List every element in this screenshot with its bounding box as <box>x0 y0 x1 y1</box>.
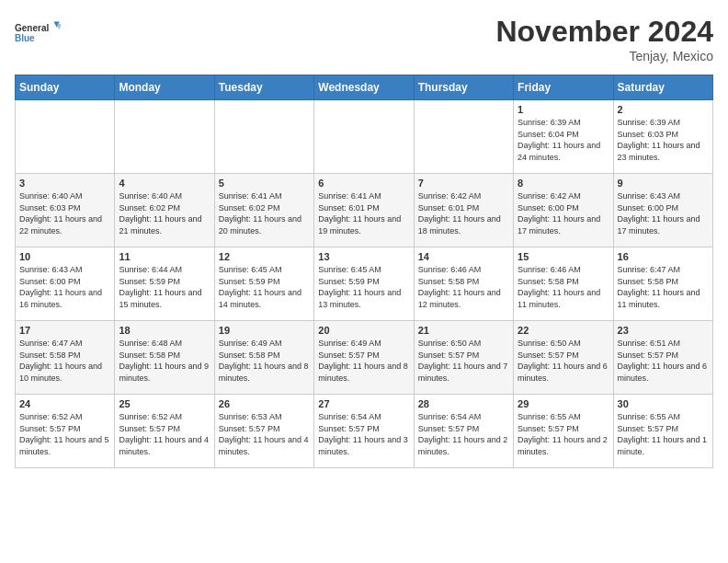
cell-info: Sunrise: 6:46 AM Sunset: 5:58 PM Dayligh… <box>518 264 609 310</box>
day-number: 23 <box>618 325 709 336</box>
calendar-cell: 22Sunrise: 6:50 AM Sunset: 5:57 PM Dayli… <box>514 321 613 395</box>
col-header-friday: Friday <box>514 75 613 100</box>
calendar-cell: 27Sunrise: 6:54 AM Sunset: 5:57 PM Dayli… <box>314 395 414 468</box>
day-number: 26 <box>219 398 310 409</box>
col-header-thursday: Thursday <box>414 75 513 100</box>
calendar-cell <box>414 100 513 174</box>
calendar-cell: 15Sunrise: 6:46 AM Sunset: 5:58 PM Dayli… <box>514 247 613 321</box>
week-row-2: 3Sunrise: 6:40 AM Sunset: 6:03 PM Daylig… <box>16 174 713 247</box>
day-number: 6 <box>318 178 409 189</box>
calendar-cell: 29Sunrise: 6:55 AM Sunset: 5:57 PM Dayli… <box>514 395 613 468</box>
week-row-5: 24Sunrise: 6:52 AM Sunset: 5:57 PM Dayli… <box>16 395 713 468</box>
cell-info: Sunrise: 6:54 AM Sunset: 5:57 PM Dayligh… <box>318 411 409 457</box>
cell-info: Sunrise: 6:52 AM Sunset: 5:57 PM Dayligh… <box>119 411 210 457</box>
cell-info: Sunrise: 6:49 AM Sunset: 5:58 PM Dayligh… <box>219 338 310 384</box>
cell-info: Sunrise: 6:48 AM Sunset: 5:58 PM Dayligh… <box>119 338 210 384</box>
calendar-cell: 9Sunrise: 6:43 AM Sunset: 6:00 PM Daylig… <box>613 174 712 247</box>
calendar-cell: 25Sunrise: 6:52 AM Sunset: 5:57 PM Dayli… <box>115 395 214 468</box>
calendar-cell: 10Sunrise: 6:43 AM Sunset: 6:00 PM Dayli… <box>16 247 115 321</box>
calendar-cell: 7Sunrise: 6:42 AM Sunset: 6:01 PM Daylig… <box>414 174 513 247</box>
svg-text:Blue: Blue <box>15 33 35 43</box>
day-number: 2 <box>618 104 709 115</box>
calendar-cell: 23Sunrise: 6:51 AM Sunset: 5:57 PM Dayli… <box>613 321 712 395</box>
page-header: General Blue November 2024 Tenjay, Mexic… <box>15 15 713 63</box>
calendar-cell: 2Sunrise: 6:39 AM Sunset: 6:03 PM Daylig… <box>613 100 712 174</box>
col-header-wednesday: Wednesday <box>314 75 414 100</box>
calendar-cell: 6Sunrise: 6:41 AM Sunset: 6:01 PM Daylig… <box>314 174 414 247</box>
calendar-cell: 13Sunrise: 6:45 AM Sunset: 5:59 PM Dayli… <box>314 247 414 321</box>
calendar-cell: 8Sunrise: 6:42 AM Sunset: 6:00 PM Daylig… <box>514 174 613 247</box>
cell-info: Sunrise: 6:43 AM Sunset: 6:00 PM Dayligh… <box>19 264 110 310</box>
title-section: November 2024 Tenjay, Mexico <box>495 15 713 63</box>
calendar-cell: 21Sunrise: 6:50 AM Sunset: 5:57 PM Dayli… <box>414 321 513 395</box>
col-header-saturday: Saturday <box>613 75 712 100</box>
week-row-1: 1Sunrise: 6:39 AM Sunset: 6:04 PM Daylig… <box>16 100 713 174</box>
calendar-cell: 19Sunrise: 6:49 AM Sunset: 5:58 PM Dayli… <box>214 321 313 395</box>
calendar-cell: 26Sunrise: 6:53 AM Sunset: 5:57 PM Dayli… <box>214 395 313 468</box>
header-row: SundayMondayTuesdayWednesdayThursdayFrid… <box>16 75 713 100</box>
cell-info: Sunrise: 6:43 AM Sunset: 6:00 PM Dayligh… <box>618 190 709 236</box>
day-number: 10 <box>19 251 110 262</box>
calendar-cell: 28Sunrise: 6:54 AM Sunset: 5:57 PM Dayli… <box>414 395 513 468</box>
cell-info: Sunrise: 6:46 AM Sunset: 5:58 PM Dayligh… <box>418 264 509 310</box>
col-header-tuesday: Tuesday <box>214 75 313 100</box>
day-number: 27 <box>318 398 409 409</box>
cell-info: Sunrise: 6:51 AM Sunset: 5:57 PM Dayligh… <box>618 338 709 384</box>
cell-info: Sunrise: 6:39 AM Sunset: 6:04 PM Dayligh… <box>518 117 609 163</box>
day-number: 30 <box>618 398 709 409</box>
calendar-cell: 24Sunrise: 6:52 AM Sunset: 5:57 PM Dayli… <box>16 395 115 468</box>
calendar-cell: 20Sunrise: 6:49 AM Sunset: 5:57 PM Dayli… <box>314 321 414 395</box>
cell-info: Sunrise: 6:47 AM Sunset: 5:58 PM Dayligh… <box>618 264 709 310</box>
day-number: 16 <box>618 251 709 262</box>
cell-info: Sunrise: 6:55 AM Sunset: 5:57 PM Dayligh… <box>518 411 609 457</box>
col-header-monday: Monday <box>115 75 214 100</box>
calendar-cell: 17Sunrise: 6:47 AM Sunset: 5:58 PM Dayli… <box>16 321 115 395</box>
cell-info: Sunrise: 6:42 AM Sunset: 6:00 PM Dayligh… <box>518 190 609 236</box>
calendar-cell: 3Sunrise: 6:40 AM Sunset: 6:03 PM Daylig… <box>16 174 115 247</box>
day-number: 3 <box>19 178 110 189</box>
location: Tenjay, Mexico <box>495 49 713 63</box>
day-number: 9 <box>618 178 709 189</box>
cell-info: Sunrise: 6:53 AM Sunset: 5:57 PM Dayligh… <box>219 411 310 457</box>
cell-info: Sunrise: 6:54 AM Sunset: 5:57 PM Dayligh… <box>418 411 509 457</box>
cell-info: Sunrise: 6:44 AM Sunset: 5:59 PM Dayligh… <box>119 264 210 310</box>
col-header-sunday: Sunday <box>16 75 115 100</box>
month-title: November 2024 <box>495 15 713 49</box>
calendar-cell <box>214 100 313 174</box>
week-row-4: 17Sunrise: 6:47 AM Sunset: 5:58 PM Dayli… <box>16 321 713 395</box>
cell-info: Sunrise: 6:47 AM Sunset: 5:58 PM Dayligh… <box>19 338 110 384</box>
calendar-cell: 4Sunrise: 6:40 AM Sunset: 6:02 PM Daylig… <box>115 174 214 247</box>
cell-info: Sunrise: 6:49 AM Sunset: 5:57 PM Dayligh… <box>318 338 409 384</box>
cell-info: Sunrise: 6:50 AM Sunset: 5:57 PM Dayligh… <box>518 338 609 384</box>
day-number: 29 <box>518 398 609 409</box>
day-number: 4 <box>119 178 210 189</box>
day-number: 18 <box>119 325 210 336</box>
day-number: 17 <box>19 325 110 336</box>
cell-info: Sunrise: 6:50 AM Sunset: 5:57 PM Dayligh… <box>418 338 509 384</box>
week-row-3: 10Sunrise: 6:43 AM Sunset: 6:00 PM Dayli… <box>16 247 713 321</box>
day-number: 11 <box>119 251 210 262</box>
cell-info: Sunrise: 6:45 AM Sunset: 5:59 PM Dayligh… <box>318 264 409 310</box>
cell-info: Sunrise: 6:41 AM Sunset: 6:01 PM Dayligh… <box>318 190 409 236</box>
day-number: 21 <box>418 325 509 336</box>
calendar-cell: 11Sunrise: 6:44 AM Sunset: 5:59 PM Dayli… <box>115 247 214 321</box>
day-number: 7 <box>418 178 509 189</box>
calendar-table: SundayMondayTuesdayWednesdayThursdayFrid… <box>15 75 713 468</box>
cell-info: Sunrise: 6:39 AM Sunset: 6:03 PM Dayligh… <box>618 117 709 163</box>
calendar-cell: 18Sunrise: 6:48 AM Sunset: 5:58 PM Dayli… <box>115 321 214 395</box>
cell-info: Sunrise: 6:42 AM Sunset: 6:01 PM Dayligh… <box>418 190 509 236</box>
calendar-cell: 16Sunrise: 6:47 AM Sunset: 5:58 PM Dayli… <box>613 247 712 321</box>
calendar-cell: 30Sunrise: 6:55 AM Sunset: 5:57 PM Dayli… <box>613 395 712 468</box>
day-number: 13 <box>318 251 409 262</box>
logo-svg: General Blue <box>15 15 61 52</box>
day-number: 14 <box>418 251 509 262</box>
calendar-cell: 14Sunrise: 6:46 AM Sunset: 5:58 PM Dayli… <box>414 247 513 321</box>
day-number: 24 <box>19 398 110 409</box>
calendar-cell <box>16 100 115 174</box>
day-number: 15 <box>518 251 609 262</box>
day-number: 5 <box>219 178 310 189</box>
cell-info: Sunrise: 6:52 AM Sunset: 5:57 PM Dayligh… <box>19 411 110 457</box>
calendar-cell: 1Sunrise: 6:39 AM Sunset: 6:04 PM Daylig… <box>514 100 613 174</box>
logo: General Blue <box>15 15 61 52</box>
cell-info: Sunrise: 6:41 AM Sunset: 6:02 PM Dayligh… <box>219 190 310 236</box>
